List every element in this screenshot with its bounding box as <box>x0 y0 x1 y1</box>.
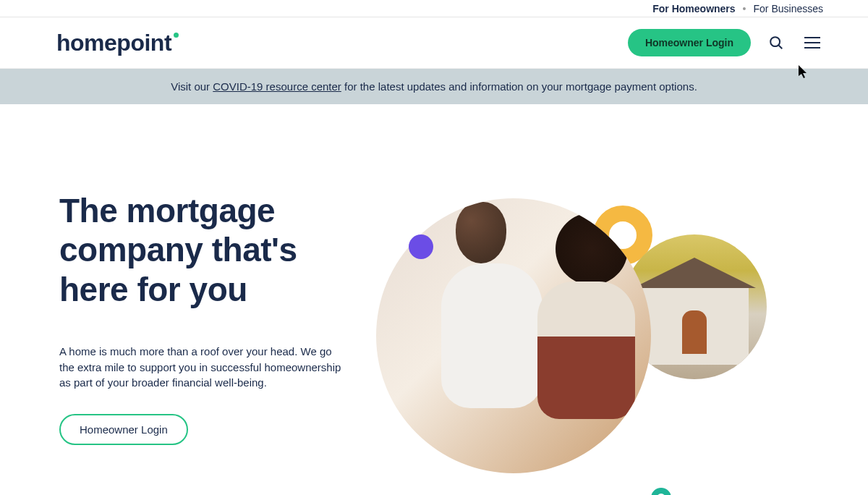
homeowner-login-button[interactable]: Homeowner Login <box>628 29 751 56</box>
logo-text: homepoint <box>56 30 171 56</box>
person-2-body <box>537 282 635 419</box>
banner-prefix: Visit our <box>171 80 213 93</box>
header-actions: Homeowner Login <box>628 29 823 56</box>
search-icon <box>768 35 784 51</box>
covid-resource-link[interactable]: COVID-19 resource center <box>213 80 341 93</box>
hero-login-button[interactable]: Homeowner Login <box>59 414 188 445</box>
audience-topbar: For Homeowners • For Businesses <box>0 0 868 17</box>
house-illustration <box>640 285 749 365</box>
person-1-body <box>441 263 542 408</box>
menu-button[interactable] <box>801 34 823 51</box>
hamburger-icon <box>804 37 820 48</box>
logo[interactable]: homepoint <box>56 30 171 56</box>
hero-visual <box>376 162 781 495</box>
hero-text: The mortgage company that's here for you… <box>59 191 363 445</box>
person-1-head <box>456 202 506 263</box>
svg-line-1 <box>779 46 783 49</box>
for-businesses-link[interactable]: For Businesses <box>754 3 823 14</box>
hero-section: The mortgage company that's here for you… <box>0 104 868 445</box>
svg-point-0 <box>770 37 780 46</box>
logo-dot-icon <box>174 33 179 38</box>
purple-dot-icon <box>409 234 433 259</box>
search-button[interactable] <box>765 32 787 54</box>
hero-title: The mortgage company that's here for you <box>59 191 363 309</box>
bullet-separator: • <box>743 3 746 14</box>
hero-body: A home is much more than a roof over you… <box>59 344 345 391</box>
for-homeowners-link[interactable]: For Homeowners <box>652 3 735 14</box>
covid-banner: Visit our COVID-19 resource center for t… <box>0 69 868 104</box>
main-header: homepoint Homeowner Login <box>0 17 868 69</box>
banner-suffix: for the latest updates and information o… <box>341 80 697 93</box>
house-door <box>682 310 707 354</box>
teal-ring-icon <box>651 488 671 495</box>
